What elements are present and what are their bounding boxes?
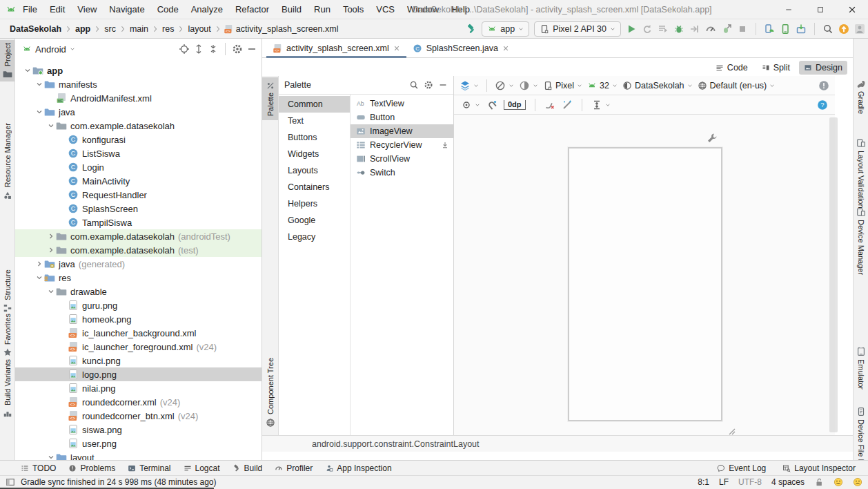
infer-constraints-icon[interactable] <box>562 99 573 111</box>
tree-row[interactable]: app <box>15 64 262 77</box>
tree-row[interactable]: <>roundedcorner_btn.xml(v24) <box>15 409 262 423</box>
debug-icon[interactable] <box>673 23 684 35</box>
tree-chevron-right-icon[interactable] <box>46 246 56 254</box>
tool-stripe-favorites[interactable]: Favorites <box>0 311 14 360</box>
tool-stripe-structure[interactable]: Structure <box>0 267 14 316</box>
close-button[interactable] <box>836 0 868 19</box>
default-margin-field[interactable]: 0dp <box>504 100 526 110</box>
avd-manager-icon[interactable] <box>764 23 775 35</box>
search-icon[interactable] <box>409 80 419 90</box>
palette-component-imageview[interactable]: ImageView <box>351 124 453 138</box>
menu-edit[interactable]: Edit <box>43 4 71 15</box>
menu-run[interactable]: Run <box>308 4 337 15</box>
help-icon[interactable]: ? <box>817 99 828 111</box>
happy-face-icon[interactable] <box>834 477 843 487</box>
line-separator[interactable]: LF <box>719 477 729 487</box>
menu-file[interactable]: File <box>17 4 43 15</box>
tool-stripe-emulator[interactable]: Emulator <box>854 347 868 390</box>
tool-stripe-build-variants[interactable]: Build Variants <box>0 356 14 421</box>
apply-changes-icon[interactable] <box>642 23 653 35</box>
tree-row[interactable]: java(generated) <box>15 257 262 271</box>
menu-refactor[interactable]: Refactor <box>229 4 275 15</box>
tree-row[interactable]: CTampilSiswa <box>15 215 262 229</box>
tree-row[interactable]: guru.png <box>15 298 262 312</box>
tree-chevron-down-icon[interactable] <box>34 108 44 116</box>
tree-row[interactable]: com.example.datasekolah(test) <box>15 243 262 257</box>
tree-row[interactable]: res <box>15 271 262 285</box>
tool-stripe-gradle[interactable]: Gradle <box>854 79 868 114</box>
toolwindow-layout-inspector[interactable]: Layout Inspector <box>782 463 856 473</box>
stop-icon[interactable] <box>737 23 748 35</box>
tree-chevron-down-icon[interactable] <box>22 66 32 75</box>
breadcrumb-item[interactable]: layout <box>186 24 212 34</box>
tree-row[interactable]: CMainActivity <box>15 174 262 188</box>
tree-row[interactable]: siswa.png <box>15 423 262 437</box>
autoconnect-icon[interactable] <box>486 99 497 111</box>
palette-tab[interactable]: Palette <box>262 77 278 120</box>
breadcrumb-item[interactable]: app <box>74 24 92 34</box>
tree-chevron-down-icon[interactable] <box>46 122 56 130</box>
palette-category-helpers[interactable]: Helpers <box>279 195 350 212</box>
minimize-button[interactable] <box>773 0 805 19</box>
design-canvas[interactable]: 1:1 Attributes <box>454 115 835 435</box>
cursor-position[interactable]: 8:1 <box>698 477 709 487</box>
editor-tab-activity_splash_screen.xml[interactable]: <>activity_splash_screen.xml <box>266 39 406 57</box>
breadcrumb-item[interactable]: res <box>161 24 175 34</box>
mode-code-button[interactable]: Code <box>711 61 753 75</box>
pack-icon[interactable] <box>591 99 602 111</box>
theme-circle-icon[interactable] <box>519 80 530 91</box>
tree-chevron-right-icon[interactable] <box>34 260 44 268</box>
toolwindow-problems[interactable]: Problems <box>68 463 115 473</box>
indent-setting[interactable]: 4 spaces <box>771 477 805 487</box>
palette-category-common[interactable]: Common <box>279 96 350 113</box>
resize-handle-icon[interactable] <box>724 424 736 435</box>
canvas-scrollbar[interactable] <box>829 117 838 432</box>
profiler-icon[interactable] <box>705 23 716 35</box>
tree-chevron-down-icon[interactable] <box>46 453 56 460</box>
breadcrumb-item[interactable]: DataSekolah <box>8 24 63 34</box>
render-errors-icon[interactable] <box>818 80 829 91</box>
locate-file-icon[interactable] <box>179 44 190 55</box>
hide-panel-icon[interactable] <box>246 44 257 55</box>
view-constraints-icon[interactable] <box>461 99 472 111</box>
tree-row[interactable]: com.example.datasekolah(androidTest) <box>15 229 262 243</box>
palette-category-layouts[interactable]: Layouts <box>279 162 350 179</box>
palette-component-recyclerview[interactable]: RecyclerView <box>351 138 453 152</box>
toolwindow-profiler[interactable]: Profiler <box>275 463 313 473</box>
palette-category-legacy[interactable]: Legacy <box>279 229 350 245</box>
tool-window-switcher-icon[interactable] <box>6 477 15 487</box>
tree-row[interactable]: CRequestHandler <box>15 188 262 202</box>
tree-row[interactable]: drawable <box>15 285 262 298</box>
tab-close-icon[interactable] <box>393 45 400 52</box>
menu-build[interactable]: Build <box>275 4 308 15</box>
run-list-icon[interactable] <box>658 23 669 35</box>
gear-icon[interactable] <box>424 80 433 90</box>
theme-select[interactable]: DataSekolah <box>622 81 693 90</box>
locale-select[interactable]: Default (en-us) <box>698 81 776 90</box>
tree-row[interactable]: <>ic_launcher_foreground.xml(v24) <box>15 340 262 354</box>
tree-row[interactable]: nilai.png <box>15 381 262 395</box>
tree-row[interactable]: layout <box>15 450 262 460</box>
toolwindow-terminal[interactable]: Terminal <box>128 463 170 473</box>
tool-stripe-project[interactable]: Project <box>0 40 14 82</box>
palette-category-buttons[interactable]: Buttons <box>279 129 350 146</box>
tool-stripe-layout-validation[interactable]: Layout Validation <box>854 138 868 209</box>
menu-view[interactable]: View <box>71 4 103 15</box>
editor-tab-SplashScreen.java[interactable]: CSplashScreen.java <box>406 39 515 57</box>
tab-close-icon[interactable] <box>502 45 509 52</box>
api-version-select[interactable]: 32 <box>587 81 618 90</box>
search-everywhere-icon[interactable] <box>822 23 834 35</box>
device-manager-icon[interactable] <box>780 23 791 35</box>
tree-row[interactable]: com.example.datasekolah <box>15 119 262 133</box>
tree-row[interactable]: <>roundedcorner.xml(v24) <box>15 395 262 409</box>
tree-row[interactable]: <>ic_launcher_background.xml <box>15 326 262 340</box>
device-screen-frame[interactable] <box>568 147 722 421</box>
menu-code[interactable]: Code <box>151 4 185 15</box>
palette-category-google[interactable]: Google <box>279 212 350 229</box>
tool-stripe-resource-manager[interactable]: Resource Manager <box>0 120 14 203</box>
maximize-button[interactable] <box>805 0 836 19</box>
build-hammer-icon[interactable] <box>466 23 477 35</box>
menu-navigate[interactable]: Navigate <box>103 4 150 15</box>
status-message[interactable]: Gradle sync finished in 24 s 998 ms (48 … <box>21 477 216 487</box>
run-config-select[interactable]: app <box>482 21 529 37</box>
